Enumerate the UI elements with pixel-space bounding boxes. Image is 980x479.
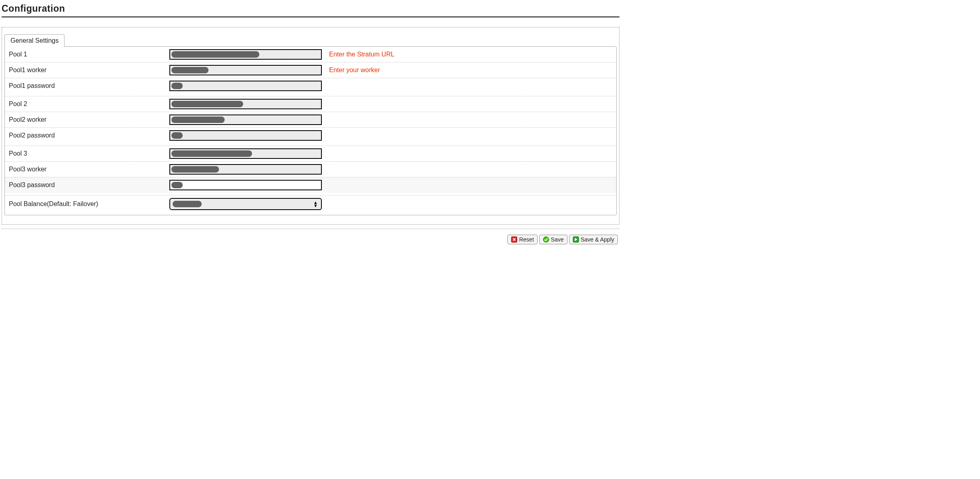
reset-label: Reset: [519, 236, 534, 243]
input-pool3-password[interactable]: [169, 180, 322, 190]
tabbar: General Settings: [4, 34, 617, 46]
redacted-value: [171, 182, 183, 188]
input-pool3-url[interactable]: [169, 148, 322, 159]
settings-fieldset: Pool 1 Enter the Stratum URL Pool1 worke…: [4, 46, 617, 215]
hint-pool1-worker: Enter your worker: [329, 67, 380, 74]
page-title: Configuration: [2, 2, 619, 17]
redacted-value: [171, 51, 259, 58]
save-apply-label: Save & Apply: [581, 236, 614, 243]
cancel-icon: [511, 236, 517, 243]
label-pool3-password: Pool3 password: [9, 181, 169, 189]
redacted-value: [171, 83, 183, 89]
row-pool1-password: Pool1 password: [5, 78, 616, 94]
label-pool2-password: Pool2 password: [9, 132, 169, 139]
hint-pool1: Enter the Stratum URL: [329, 51, 394, 58]
config-panel: General Settings Pool 1 Enter the Stratu…: [2, 27, 619, 225]
chevron-updown-icon: ▲▼: [313, 201, 318, 207]
row-pool3-worker: Pool3 worker: [5, 161, 616, 177]
row-pool2: Pool 2: [5, 96, 616, 112]
tab-general-settings[interactable]: General Settings: [4, 34, 65, 47]
redacted-value: [171, 150, 252, 157]
save-apply-button[interactable]: Save & Apply: [569, 235, 618, 244]
input-pool2-url[interactable]: [169, 99, 322, 109]
footer-actions: Reset Save Save & Apply: [2, 229, 619, 246]
input-pool1-worker[interactable]: [169, 65, 322, 75]
label-pool1: Pool 1: [9, 51, 169, 58]
label-pool1-worker: Pool1 worker: [9, 67, 169, 74]
redacted-value: [171, 67, 209, 73]
reset-button[interactable]: Reset: [507, 235, 538, 244]
label-pool1-password: Pool1 password: [9, 82, 169, 90]
label-pool2-worker: Pool2 worker: [9, 116, 169, 123]
row-pool-balance: Pool Balance(Default: Failover) ▲▼: [5, 195, 616, 215]
input-pool2-password[interactable]: [169, 130, 322, 141]
label-pool3-worker: Pool3 worker: [9, 166, 169, 173]
row-pool3: Pool 3: [5, 146, 616, 161]
save-button[interactable]: Save: [539, 235, 567, 244]
input-pool1-password[interactable]: [169, 81, 322, 91]
svg-point-1: [543, 237, 549, 242]
row-pool3-password: Pool3 password: [5, 177, 616, 193]
apply-icon: [573, 236, 579, 243]
label-pool2: Pool 2: [9, 100, 169, 108]
row-pool1-worker: Pool1 worker Enter your worker: [5, 62, 616, 78]
save-label: Save: [551, 236, 564, 243]
row-pool2-password: Pool2 password: [5, 127, 616, 143]
redacted-value: [171, 101, 243, 107]
check-icon: [543, 236, 549, 243]
row-pool2-worker: Pool2 worker: [5, 112, 616, 127]
redacted-value: [171, 117, 225, 123]
select-pool-balance[interactable]: ▲▼: [169, 198, 322, 210]
redacted-value: [171, 132, 183, 139]
label-pool-balance: Pool Balance(Default: Failover): [9, 200, 169, 208]
row-pool1: Pool 1 Enter the Stratum URL: [5, 47, 616, 62]
redacted-value: [171, 166, 219, 173]
input-pool2-worker[interactable]: [169, 115, 322, 125]
label-pool3: Pool 3: [9, 150, 169, 157]
input-pool3-worker[interactable]: [169, 164, 322, 175]
input-pool1-url[interactable]: [169, 49, 322, 60]
redacted-value: [173, 201, 202, 207]
